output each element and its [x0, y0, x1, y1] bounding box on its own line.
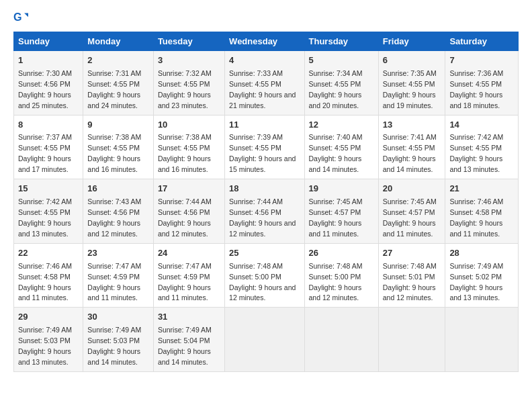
day-info: Sunrise: 7:49 AMSunset: 5:03 PMDaylight:…: [18, 326, 72, 366]
day-number: 16: [87, 183, 149, 195]
day-info: Sunrise: 7:48 AMSunset: 5:01 PMDaylight:…: [383, 262, 437, 302]
day-cell: 23 Sunrise: 7:47 AMSunset: 4:59 PMDaylig…: [83, 243, 154, 308]
day-number: 26: [309, 247, 374, 260]
day-info: Sunrise: 7:37 AMSunset: 4:55 PMDaylight:…: [18, 133, 72, 173]
day-number: 25: [229, 247, 300, 260]
header-monday: Monday: [83, 32, 154, 51]
day-cell: 10 Sunrise: 7:38 AMSunset: 4:55 PMDaylig…: [153, 115, 224, 179]
week-row-4: 22 Sunrise: 7:46 AMSunset: 4:58 PMDaylig…: [14, 243, 519, 308]
day-number: 30: [87, 311, 149, 324]
day-cell: [378, 308, 445, 372]
day-number: 14: [449, 119, 514, 132]
day-cell: [304, 308, 378, 372]
day-number: 2: [87, 54, 149, 67]
day-info: Sunrise: 7:49 AMSunset: 5:03 PMDaylight:…: [87, 326, 141, 366]
day-info: Sunrise: 7:30 AMSunset: 4:56 PMDaylight:…: [18, 69, 72, 109]
header-friday: Friday: [378, 32, 445, 51]
day-info: Sunrise: 7:34 AMSunset: 4:55 PMDaylight:…: [309, 69, 363, 109]
day-number: 27: [383, 247, 441, 260]
day-number: 9: [87, 119, 149, 132]
day-cell: 24 Sunrise: 7:47 AMSunset: 4:59 PMDaylig…: [153, 243, 224, 308]
day-cell: 26 Sunrise: 7:48 AMSunset: 5:00 PMDaylig…: [304, 243, 378, 308]
page-header: G: [13, 10, 519, 25]
header-tuesday: Tuesday: [153, 32, 224, 51]
header-saturday: Saturday: [445, 32, 519, 51]
day-number: 19: [309, 183, 374, 195]
day-cell: 7 Sunrise: 7:36 AMSunset: 4:55 PMDayligh…: [445, 51, 519, 116]
day-info: Sunrise: 7:48 AMSunset: 5:00 PMDaylight:…: [309, 262, 363, 302]
day-cell: 4 Sunrise: 7:33 AMSunset: 4:55 PMDayligh…: [225, 51, 304, 116]
day-cell: 12 Sunrise: 7:40 AMSunset: 4:55 PMDaylig…: [304, 115, 378, 179]
day-info: Sunrise: 7:42 AMSunset: 4:55 PMDaylight:…: [449, 133, 503, 173]
day-cell: 21 Sunrise: 7:46 AMSunset: 4:58 PMDaylig…: [445, 179, 519, 244]
logo-icon: G: [13, 10, 28, 25]
day-info: Sunrise: 7:43 AMSunset: 4:56 PMDaylight:…: [87, 197, 141, 238]
day-number: 22: [18, 247, 79, 260]
day-number: 3: [158, 54, 220, 67]
day-cell: 9 Sunrise: 7:38 AMSunset: 4:55 PMDayligh…: [83, 115, 154, 179]
day-cell: 15 Sunrise: 7:42 AMSunset: 4:55 PMDaylig…: [14, 179, 83, 244]
day-cell: 28 Sunrise: 7:49 AMSunset: 5:02 PMDaylig…: [445, 243, 519, 308]
week-row-3: 15 Sunrise: 7:42 AMSunset: 4:55 PMDaylig…: [14, 179, 519, 244]
day-number: 4: [229, 54, 300, 67]
day-number: 21: [449, 183, 514, 195]
day-cell: 20 Sunrise: 7:45 AMSunset: 4:57 PMDaylig…: [378, 179, 445, 244]
day-info: Sunrise: 7:38 AMSunset: 4:55 PMDaylight:…: [158, 133, 212, 173]
day-cell: 1 Sunrise: 7:30 AMSunset: 4:56 PMDayligh…: [14, 51, 83, 116]
week-row-1: 1 Sunrise: 7:30 AMSunset: 4:56 PMDayligh…: [14, 51, 519, 116]
calendar-table: SundayMondayTuesdayWednesdayThursdayFrid…: [13, 32, 519, 372]
day-info: Sunrise: 7:49 AMSunset: 5:02 PMDaylight:…: [449, 262, 503, 302]
day-info: Sunrise: 7:32 AMSunset: 4:55 PMDaylight:…: [158, 69, 212, 109]
day-cell: 8 Sunrise: 7:37 AMSunset: 4:55 PMDayligh…: [14, 115, 83, 179]
day-info: Sunrise: 7:44 AMSunset: 4:56 PMDaylight:…: [229, 197, 296, 238]
day-cell: 16 Sunrise: 7:43 AMSunset: 4:56 PMDaylig…: [83, 179, 154, 244]
day-info: Sunrise: 7:47 AMSunset: 4:59 PMDaylight:…: [158, 262, 212, 302]
day-cell: 11 Sunrise: 7:39 AMSunset: 4:55 PMDaylig…: [225, 115, 304, 179]
day-number: 31: [158, 311, 220, 324]
day-info: Sunrise: 7:38 AMSunset: 4:55 PMDaylight:…: [87, 133, 141, 173]
calendar-body: 1 Sunrise: 7:30 AMSunset: 4:56 PMDayligh…: [14, 51, 519, 372]
day-cell: 30 Sunrise: 7:49 AMSunset: 5:03 PMDaylig…: [83, 308, 154, 372]
day-cell: 13 Sunrise: 7:41 AMSunset: 4:55 PMDaylig…: [378, 115, 445, 179]
day-info: Sunrise: 7:45 AMSunset: 4:57 PMDaylight:…: [309, 197, 363, 238]
day-cell: 25 Sunrise: 7:48 AMSunset: 5:00 PMDaylig…: [225, 243, 304, 308]
day-number: 10: [158, 119, 220, 132]
day-number: 20: [383, 183, 441, 195]
day-info: Sunrise: 7:48 AMSunset: 5:00 PMDaylight:…: [229, 262, 296, 302]
day-info: Sunrise: 7:39 AMSunset: 4:55 PMDaylight:…: [229, 133, 296, 173]
day-number: 15: [18, 183, 79, 195]
day-number: 5: [309, 54, 374, 67]
day-cell: 5 Sunrise: 7:34 AMSunset: 4:55 PMDayligh…: [304, 51, 378, 116]
header-wednesday: Wednesday: [225, 32, 304, 51]
day-cell: 18 Sunrise: 7:44 AMSunset: 4:56 PMDaylig…: [225, 179, 304, 244]
day-cell: 31 Sunrise: 7:49 AMSunset: 5:04 PMDaylig…: [153, 308, 224, 372]
day-cell: 6 Sunrise: 7:35 AMSunset: 4:55 PMDayligh…: [378, 51, 445, 116]
day-number: 29: [18, 311, 79, 324]
day-info: Sunrise: 7:40 AMSunset: 4:55 PMDaylight:…: [309, 133, 363, 173]
day-info: Sunrise: 7:46 AMSunset: 4:58 PMDaylight:…: [449, 197, 503, 238]
svg-text:G: G: [13, 11, 22, 23]
day-number: 23: [87, 247, 149, 260]
day-number: 7: [449, 54, 514, 67]
day-info: Sunrise: 7:44 AMSunset: 4:56 PMDaylight:…: [158, 197, 212, 238]
day-number: 11: [229, 119, 300, 132]
day-number: 13: [383, 119, 441, 132]
day-cell: 29 Sunrise: 7:49 AMSunset: 5:03 PMDaylig…: [14, 308, 83, 372]
day-info: Sunrise: 7:42 AMSunset: 4:55 PMDaylight:…: [18, 197, 72, 238]
day-number: 17: [158, 183, 220, 195]
calendar-header: SundayMondayTuesdayWednesdayThursdayFrid…: [14, 32, 519, 51]
day-cell: [225, 308, 304, 372]
day-info: Sunrise: 7:49 AMSunset: 5:04 PMDaylight:…: [158, 326, 212, 366]
week-row-5: 29 Sunrise: 7:49 AMSunset: 5:03 PMDaylig…: [14, 308, 519, 372]
day-cell: 3 Sunrise: 7:32 AMSunset: 4:55 PMDayligh…: [153, 51, 224, 116]
day-number: 8: [18, 119, 79, 132]
day-info: Sunrise: 7:35 AMSunset: 4:55 PMDaylight:…: [383, 69, 437, 109]
header-sunday: Sunday: [14, 32, 83, 51]
header-thursday: Thursday: [304, 32, 378, 51]
day-info: Sunrise: 7:47 AMSunset: 4:59 PMDaylight:…: [87, 262, 141, 302]
day-info: Sunrise: 7:31 AMSunset: 4:55 PMDaylight:…: [87, 69, 141, 109]
day-number: 24: [158, 247, 220, 260]
day-info: Sunrise: 7:46 AMSunset: 4:58 PMDaylight:…: [18, 262, 72, 302]
day-number: 1: [18, 54, 79, 67]
day-number: 18: [229, 183, 300, 195]
